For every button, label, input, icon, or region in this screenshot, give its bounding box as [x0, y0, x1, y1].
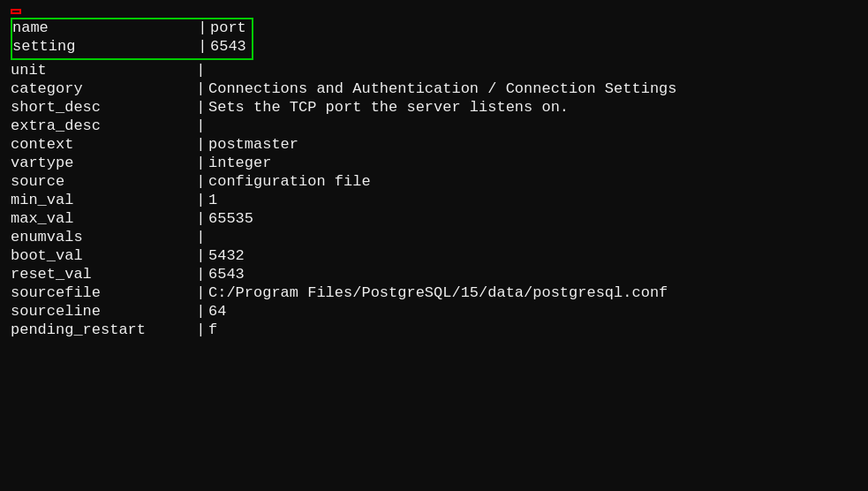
- table-row: enumvals |: [11, 229, 857, 246]
- table-row: vartype | integer: [11, 155, 857, 171]
- field-name: sourceline: [11, 303, 187, 320]
- field-value: C:/Program Files/PostgreSQL/15/data/post…: [208, 284, 668, 301]
- field-value: configuration file: [208, 173, 371, 190]
- table-row: extra_desc |: [11, 117, 857, 134]
- field-separator: |: [187, 62, 208, 79]
- table-row: context | postmaster: [11, 136, 857, 153]
- field-separator: |: [187, 192, 208, 208]
- field-name: min_val: [11, 192, 187, 208]
- records-container: name | portsetting | 6543unit | category…: [11, 18, 857, 338]
- table-row: setting | 6543: [12, 38, 246, 55]
- field-name: short_desc: [11, 99, 187, 116]
- field-separator: |: [187, 321, 208, 338]
- command-box: [11, 9, 21, 14]
- field-value: integer: [208, 155, 271, 171]
- table-row: max_val | 65535: [11, 210, 857, 227]
- field-separator: |: [187, 247, 208, 264]
- field-value: 6543: [208, 266, 245, 283]
- field-name: name: [12, 19, 189, 36]
- field-name: boot_val: [11, 247, 187, 264]
- field-name: category: [11, 80, 187, 97]
- field-separator: |: [187, 266, 208, 283]
- terminal-window: name | portsetting | 6543unit | category…: [0, 0, 868, 491]
- field-name: max_val: [11, 210, 187, 227]
- field-name: reset_val: [11, 266, 187, 283]
- field-value: Connections and Authentication / Connect…: [208, 80, 677, 97]
- table-row: sourceline | 64: [11, 303, 857, 320]
- field-separator: |: [187, 136, 208, 153]
- field-separator: |: [187, 303, 208, 320]
- field-separator: |: [187, 80, 208, 97]
- table-row: sourcefile | C:/Program Files/PostgreSQL…: [11, 284, 857, 301]
- field-name: enumvals: [11, 229, 187, 246]
- field-name: context: [11, 136, 187, 153]
- field-value: port: [210, 19, 246, 36]
- field-value: 5432: [208, 247, 245, 264]
- field-separator: |: [187, 284, 208, 301]
- field-separator: |: [189, 38, 210, 55]
- field-separator: |: [187, 117, 208, 134]
- field-separator: |: [187, 229, 208, 246]
- table-row: short_desc | Sets the TCP port the serve…: [11, 99, 857, 116]
- field-name: sourcefile: [11, 284, 187, 301]
- table-row: name | port: [12, 19, 246, 36]
- field-name: vartype: [11, 155, 187, 171]
- table-row: min_val | 1: [11, 192, 857, 208]
- field-name: pending_restart: [11, 321, 187, 338]
- field-separator: |: [187, 155, 208, 171]
- field-value: 64: [208, 303, 226, 320]
- table-row: reset_val | 6543: [11, 266, 857, 283]
- field-separator: |: [189, 19, 210, 36]
- field-name: setting: [12, 38, 189, 55]
- field-name: extra_desc: [11, 117, 187, 134]
- table-row: unit |: [11, 62, 857, 79]
- field-value: 6543: [210, 38, 246, 55]
- prompt-line: [11, 9, 857, 14]
- table-row: source | configuration file: [11, 173, 857, 190]
- table-row: boot_val | 5432: [11, 247, 857, 264]
- field-separator: |: [187, 210, 208, 227]
- field-value: Sets the TCP port the server listens on.: [208, 99, 569, 116]
- field-name: source: [11, 173, 187, 190]
- table-row: category | Connections and Authenticatio…: [11, 80, 857, 97]
- field-name: unit: [11, 62, 187, 79]
- table-row: pending_restart | f: [11, 321, 857, 338]
- field-separator: |: [187, 173, 208, 190]
- field-value: 1: [208, 192, 217, 208]
- highlighted-value-box: name | portsetting | 6543: [11, 18, 253, 60]
- field-value: f: [208, 321, 217, 338]
- field-value: postmaster: [208, 136, 298, 153]
- field-separator: |: [187, 99, 208, 116]
- field-value: 65535: [208, 210, 253, 227]
